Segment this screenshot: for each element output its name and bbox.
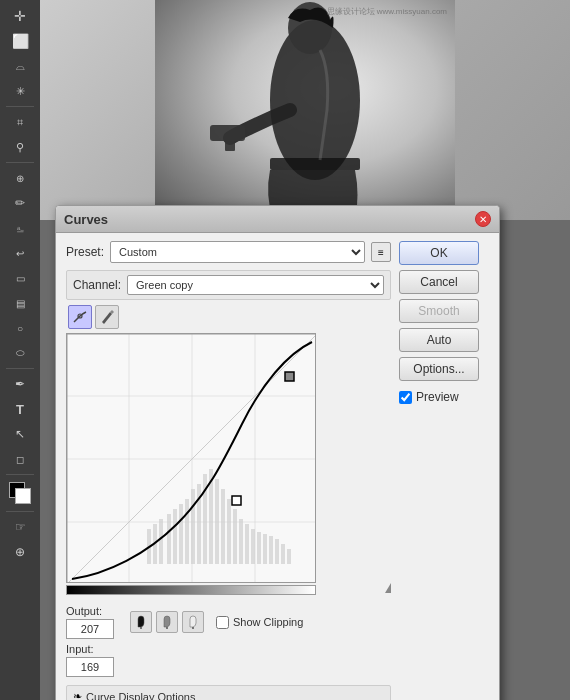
watermark: 思缘设计论坛 www.missyuan.com xyxy=(327,6,447,17)
background-color[interactable] xyxy=(15,488,31,504)
svg-rect-27 xyxy=(287,549,291,564)
svg-rect-26 xyxy=(281,544,285,564)
zoom-tool[interactable]: ⊕ xyxy=(8,540,32,564)
curve-display-options[interactable]: ❧ Curve Display Options xyxy=(66,685,391,700)
lasso-tool[interactable]: ⌓ xyxy=(8,54,32,78)
curve-point-tool[interactable] xyxy=(68,305,92,329)
channel-label: Channel: xyxy=(73,278,121,292)
tool-separator-4 xyxy=(6,474,34,475)
dodge-tool[interactable]: ⬭ xyxy=(8,341,32,365)
spot-heal-tool[interactable]: ⊕ xyxy=(8,166,32,190)
svg-rect-17 xyxy=(227,499,231,564)
clone-stamp-tool[interactable]: ⎁ xyxy=(8,216,32,240)
white-point-eyedropper[interactable] xyxy=(182,611,204,633)
preview-row: Preview xyxy=(399,390,489,404)
output-input[interactable] xyxy=(66,619,114,639)
show-clipping-checkbox[interactable] xyxy=(216,616,229,629)
cancel-button[interactable]: Cancel xyxy=(399,270,479,294)
pen-tool[interactable]: ✒ xyxy=(8,372,32,396)
svg-rect-7 xyxy=(167,514,171,564)
marquee-tool[interactable]: ⬜ xyxy=(8,29,32,53)
preset-row: Preset: Custom ≡ xyxy=(66,241,391,263)
curve-display-options-label: Curve Display Options xyxy=(86,691,195,701)
curve-tools-row xyxy=(66,305,391,329)
preset-label: Preset: xyxy=(66,245,104,259)
dialog-titlebar: Curves ✕ xyxy=(56,206,499,233)
blur-tool[interactable]: ○ xyxy=(8,316,32,340)
shape-tool[interactable]: ◻ xyxy=(8,447,32,471)
dialog-body: Preset: Custom ≡ Channel: Green copy xyxy=(56,233,499,700)
history-brush-tool[interactable]: ↩ xyxy=(8,241,32,265)
input-label: Input: xyxy=(66,643,114,655)
dialog-close-button[interactable]: ✕ xyxy=(475,211,491,227)
tool-separator-5 xyxy=(6,511,34,512)
gradient-bar-inner xyxy=(66,585,316,595)
preset-options-icon[interactable]: ≡ xyxy=(371,242,391,262)
options-button[interactable]: Options... xyxy=(399,357,479,381)
tool-separator xyxy=(6,106,34,107)
eyedropper-row xyxy=(130,611,204,633)
curves-dialog: Curves ✕ Preset: Custom ≡ Channel: Green… xyxy=(55,205,500,700)
svg-rect-16 xyxy=(221,489,225,564)
svg-rect-11 xyxy=(191,489,195,564)
svg-rect-8 xyxy=(173,509,177,564)
move-tool[interactable]: ✛ xyxy=(8,4,32,28)
preview-label: Preview xyxy=(416,390,459,404)
svg-rect-18 xyxy=(233,509,237,564)
gradient-triangle xyxy=(385,583,391,593)
svg-rect-30 xyxy=(159,519,163,564)
svg-rect-3 xyxy=(225,141,235,151)
preview-checkbox[interactable] xyxy=(399,391,412,404)
brush-tool[interactable]: ✏ xyxy=(8,191,32,215)
gradient-tool[interactable]: ▤ xyxy=(8,291,32,315)
svg-point-1 xyxy=(288,2,332,54)
curve-pencil-tool[interactable] xyxy=(95,305,119,329)
gray-point-eyedropper[interactable] xyxy=(156,611,178,633)
dialog-left-panel: Preset: Custom ≡ Channel: Green copy xyxy=(66,241,391,700)
output-group: Output: xyxy=(66,605,114,639)
svg-rect-15 xyxy=(215,479,219,564)
eyedropper-tool[interactable]: ⚲ xyxy=(8,135,32,159)
svg-rect-24 xyxy=(269,536,273,564)
svg-rect-2 xyxy=(210,125,245,141)
svg-rect-10 xyxy=(185,499,189,564)
svg-rect-9 xyxy=(179,504,183,564)
hand-tool[interactable]: ☞ xyxy=(8,515,32,539)
tool-separator-3 xyxy=(6,368,34,369)
svg-rect-4 xyxy=(270,158,360,170)
dialog-right-panel: OK Cancel Smooth Auto Options... Preview xyxy=(399,241,489,700)
magic-wand-tool[interactable]: ✳ xyxy=(8,79,32,103)
input-group: Input: xyxy=(66,643,114,677)
ok-button[interactable]: OK xyxy=(399,241,479,265)
auto-button[interactable]: Auto xyxy=(399,328,479,352)
channel-row: Channel: Green copy xyxy=(66,270,391,300)
curves-svg xyxy=(67,334,316,583)
canvas-background: 思缘设计论坛 www.missyuan.com xyxy=(40,0,570,220)
input-input[interactable] xyxy=(66,657,114,677)
svg-rect-25 xyxy=(275,539,279,564)
tool-separator-2 xyxy=(6,162,34,163)
channel-dropdown[interactable]: Green copy xyxy=(127,275,384,295)
color-swatches[interactable] xyxy=(9,482,31,504)
preset-dropdown[interactable]: Custom xyxy=(110,241,365,263)
svg-rect-38 xyxy=(232,496,241,505)
svg-rect-22 xyxy=(257,532,261,564)
canvas-area: 思缘设计论坛 www.missyuan.com xyxy=(40,0,570,220)
show-clipping-label: Show Clipping xyxy=(233,616,303,628)
curves-canvas[interactable] xyxy=(66,333,316,583)
text-tool[interactable]: T xyxy=(8,397,32,421)
svg-rect-21 xyxy=(251,529,255,564)
svg-rect-23 xyxy=(263,534,267,564)
path-select-tool[interactable]: ↖ xyxy=(8,422,32,446)
eraser-tool[interactable]: ▭ xyxy=(8,266,32,290)
crop-tool[interactable]: ⌗ xyxy=(8,110,32,134)
toolbar: ✛ ⬜ ⌓ ✳ ⌗ ⚲ ⊕ ✏ ⎁ ↩ ▭ ▤ ○ ⬭ ✒ T ↖ ◻ ☞ ⊕ xyxy=(0,0,40,700)
dialog-title: Curves xyxy=(64,212,108,227)
output-label: Output: xyxy=(66,605,114,617)
smooth-button[interactable]: Smooth xyxy=(399,299,479,323)
black-point-eyedropper[interactable] xyxy=(130,611,152,633)
show-clipping-row: Show Clipping xyxy=(216,616,303,629)
svg-rect-20 xyxy=(245,524,249,564)
gradient-bar xyxy=(66,585,391,599)
svg-rect-39 xyxy=(285,372,294,381)
